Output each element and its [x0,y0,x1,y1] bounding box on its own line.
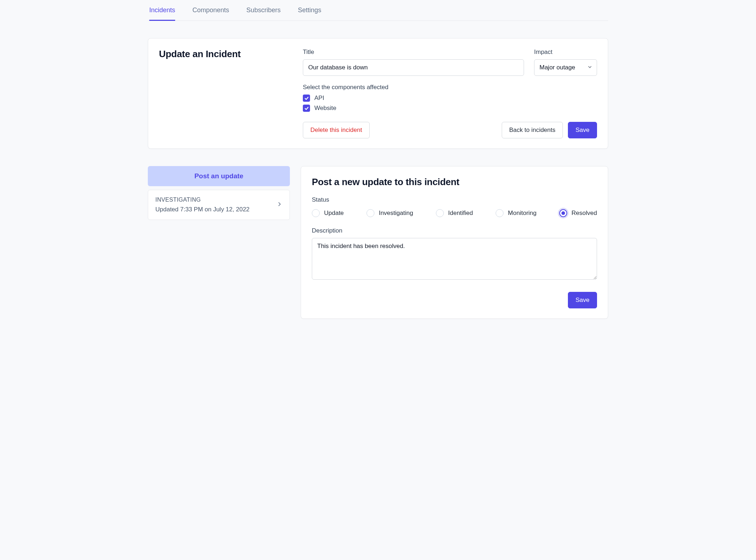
post-new-update-heading: Post a new update to this incident [312,176,597,188]
delete-incident-button[interactable]: Delete this incident [303,122,370,138]
chevron-right-icon [277,201,282,208]
update-incident-heading: Update an Incident [159,49,288,60]
impact-select-value: Major outage [539,64,575,71]
component-row-api: API [303,95,597,102]
radio-circle [559,209,567,217]
component-label-api: API [314,95,324,102]
components-label: Select the components affected [303,84,597,91]
status-radio-investigating[interactable]: Investigating [366,209,413,217]
component-row-website: Website [303,105,597,112]
tab-incidents[interactable]: Incidents [149,0,175,21]
status-radio-identified[interactable]: Identified [436,209,473,217]
updates-sidebar: Post an update INVESTIGATING Updated 7:3… [148,166,290,220]
radio-label: Investigating [379,210,413,217]
radio-circle [436,209,444,217]
component-checkbox-api[interactable] [303,95,310,102]
status-radio-resolved[interactable]: Resolved [559,209,597,217]
status-radio-monitoring[interactable]: Monitoring [496,209,536,217]
save-incident-button[interactable]: Save [568,122,597,138]
impact-select[interactable]: Major outage [534,59,597,76]
radio-label: Identified [448,210,473,217]
title-input[interactable] [303,59,524,76]
component-label-website: Website [314,105,336,112]
tab-settings[interactable]: Settings [298,0,321,21]
radio-label: Update [324,210,344,217]
post-update-button[interactable]: Post an update [148,166,290,186]
post-new-update-card: Post a new update to this incident Statu… [301,166,608,319]
save-update-button[interactable]: Save [568,292,597,308]
tab-components[interactable]: Components [192,0,229,21]
back-to-incidents-button[interactable]: Back to incidents [502,122,563,138]
update-item-time: Updated 7:33 PM on July 12, 2022 [155,206,250,213]
tab-subscribers[interactable]: Subscribers [246,0,281,21]
radio-circle [312,209,320,217]
update-incident-card: Update an Incident Title Impact Major ou… [148,38,608,149]
description-textarea[interactable] [312,238,597,280]
radio-circle [496,209,504,217]
update-item-status: INVESTIGATING [155,197,250,203]
component-checkbox-website[interactable] [303,105,310,112]
impact-label: Impact [534,49,597,56]
status-radio-group: Update Investigating Identified Monitori… [312,209,597,217]
update-list-item[interactable]: INVESTIGATING Updated 7:33 PM on July 12… [148,190,290,220]
description-label: Description [312,227,597,234]
status-radio-update[interactable]: Update [312,209,344,217]
radio-label: Monitoring [508,210,536,217]
title-label: Title [303,49,524,56]
nav-tabs: Incidents Components Subscribers Setting… [148,0,608,21]
status-label: Status [312,196,597,203]
radio-circle [366,209,374,217]
radio-label: Resolved [571,210,597,217]
